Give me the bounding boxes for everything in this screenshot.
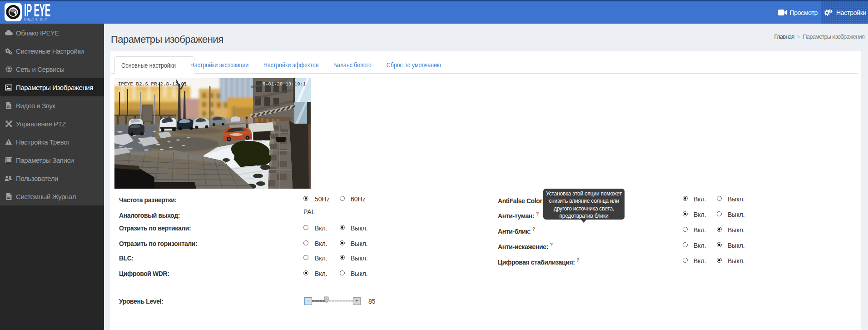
svg-text:8-01-20 13:: 8-01-20 13: [263, 81, 294, 87]
svg-text:IPEYE B2.S PR-2.8-12-01: IPEYE B2.S PR-2.8-12-01 [118, 81, 187, 87]
svg-text:19:1: 19:1 [294, 81, 306, 87]
